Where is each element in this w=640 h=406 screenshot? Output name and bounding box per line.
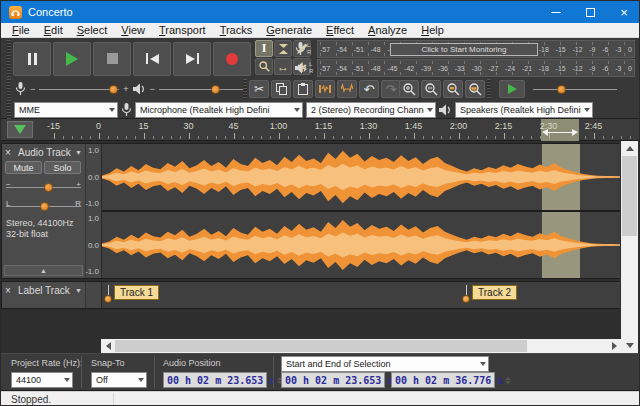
record-button[interactable]: [213, 42, 251, 76]
scroll-left-button[interactable]: [101, 339, 115, 353]
vertical-scale-ruler[interactable]: 1.0 0.0 -1.0 1.0 0.0 -1.0: [86, 144, 102, 278]
track-menu-dropdown-icon[interactable]: ▼: [75, 149, 82, 156]
label-marker-icon[interactable]: [104, 285, 113, 305]
pan-slider[interactable]: L R: [6, 199, 81, 213]
menu-item[interactable]: Select: [70, 23, 115, 38]
fit-project-button[interactable]: [465, 80, 485, 98]
paste-icon: [298, 83, 308, 95]
menu-item[interactable]: Generate: [259, 23, 319, 38]
timeline-ruler[interactable]: -1501530451:001:151:301:452:002:152:302:…: [1, 119, 640, 141]
toolbar-grip[interactable]: [7, 100, 11, 119]
menu-item[interactable]: Transport: [152, 23, 213, 38]
collapse-track-button[interactable]: ▲: [4, 265, 83, 276]
menu-item[interactable]: File: [5, 23, 37, 38]
close-track-button[interactable]: ×: [5, 147, 15, 158]
vertical-scrollbar[interactable]: [621, 141, 638, 353]
timeshift-tool-button[interactable]: ↔: [274, 58, 292, 75]
horizontal-scroll-thumb[interactable]: [115, 340, 527, 352]
scroll-down-button[interactable]: [621, 338, 638, 353]
selection-tool-button[interactable]: I: [255, 40, 273, 57]
vertical-scroll-thumb[interactable]: [622, 156, 637, 236]
pause-button[interactable]: [13, 42, 51, 76]
playback-speed-knob[interactable]: [557, 85, 566, 94]
silence-audio-icon: [341, 83, 353, 95]
audio-position-field[interactable]: 00 h 02 m 23.653 s: [163, 372, 267, 388]
recording-volume-slider[interactable]: [39, 82, 119, 96]
envelope-tool-button[interactable]: [274, 40, 292, 57]
redo-button[interactable]: ↷: [381, 80, 401, 98]
playback-meter[interactable]: -57-54-51-48-45-42-39-36-33-30-27-24-21-…: [317, 59, 635, 77]
fit-selection-button[interactable]: [443, 80, 463, 98]
waveform-channel-left[interactable]: [102, 144, 620, 210]
waveform-channel-right[interactable]: [102, 212, 620, 278]
selection-drag-arrows-icon[interactable]: [547, 132, 573, 133]
ruler-time-labels: -1501530451:001:151:301:452:002:152:302:…: [31, 121, 616, 131]
close-track-button[interactable]: ×: [5, 285, 15, 296]
menu-item[interactable]: Edit: [37, 23, 70, 38]
undo-button[interactable]: ↶: [359, 80, 379, 98]
recording-volume-knob[interactable]: [109, 85, 118, 94]
trim-audio-button[interactable]: [315, 80, 335, 98]
zoom-out-button[interactable]: [421, 80, 441, 98]
spinner-icon[interactable]: [505, 377, 511, 384]
maximize-button[interactable]: [573, 1, 607, 23]
playback-device-select[interactable]: Speakers (Realtek High Definiti: [455, 102, 593, 118]
label-marker-icon[interactable]: [462, 285, 471, 305]
recording-device-select[interactable]: Microphone (Realtek High Defini: [135, 102, 303, 118]
label-flag[interactable]: Track 2: [462, 285, 517, 305]
project-rate-select[interactable]: 44100: [11, 372, 73, 388]
toolbar-grip[interactable]: [7, 79, 11, 99]
selection-start-field[interactable]: 00 h 02 m 23.653 s: [281, 372, 385, 388]
track-title[interactable]: Label Track: [18, 285, 72, 296]
gain-knob[interactable]: [44, 183, 53, 192]
silence-audio-button[interactable]: [337, 80, 357, 98]
pan-knob[interactable]: [40, 202, 49, 211]
playback-volume-slider[interactable]: [159, 82, 247, 96]
close-button[interactable]: ×: [607, 1, 640, 23]
menu-item[interactable]: Help: [414, 23, 451, 38]
recording-channels-select[interactable]: 2 (Stereo) Recording Channels: [306, 102, 436, 118]
toolbar-grip[interactable]: [7, 40, 11, 77]
copy-button[interactable]: [271, 80, 291, 98]
minimize-button[interactable]: [539, 1, 573, 23]
selection-mode-select[interactable]: Start and End of Selection: [281, 356, 489, 372]
scroll-up-button[interactable]: [621, 141, 638, 156]
play-at-speed-button[interactable]: [499, 80, 525, 98]
cut-button[interactable]: ✂: [249, 80, 269, 98]
menu-item[interactable]: Effect: [319, 23, 361, 38]
horizontal-scrollbar[interactable]: [101, 339, 621, 353]
skip-to-start-button[interactable]: [133, 42, 171, 76]
playback-speed-slider[interactable]: [533, 82, 617, 96]
selection-end-field[interactable]: 00 h 02 m 36.776 s: [391, 372, 495, 388]
pinned-play-head-button[interactable]: [7, 121, 33, 138]
scroll-right-button[interactable]: [607, 339, 621, 353]
label-text[interactable]: Track 2: [472, 285, 517, 300]
zoom-tool-button[interactable]: [255, 58, 273, 75]
toolbar-grip[interactable]: [243, 79, 247, 99]
meter-scale-number: -9: [589, 46, 595, 53]
menu-item[interactable]: Tracks: [213, 23, 260, 38]
skip-to-end-button[interactable]: [173, 42, 211, 76]
label-text[interactable]: Track 1: [114, 285, 159, 300]
solo-button[interactable]: Solo: [44, 161, 81, 174]
menu-item[interactable]: View: [114, 23, 152, 38]
track-menu-dropdown-icon[interactable]: ▼: [75, 287, 82, 294]
play-button[interactable]: [53, 42, 91, 76]
mute-button[interactable]: Mute: [5, 161, 42, 174]
snap-to-select[interactable]: Off: [91, 372, 147, 388]
gain-slider[interactable]: − +: [6, 180, 81, 194]
zoom-in-button[interactable]: [399, 80, 419, 98]
toolbar-grip[interactable]: [487, 79, 491, 99]
recording-meter[interactable]: -57-54-51-48-45-42-39-36-33-30-27-24-21-…: [317, 40, 635, 58]
playback-volume-knob[interactable]: [211, 85, 220, 94]
stop-button[interactable]: [93, 42, 131, 76]
track-title[interactable]: Audio Track: [18, 147, 72, 158]
label-lane[interactable]: Track 1 Track 2: [102, 282, 620, 308]
menu-item[interactable]: Analyze: [361, 23, 414, 38]
meter-scale-number: -6: [602, 46, 608, 53]
ruler-time-label: 2:00: [436, 121, 481, 131]
label-flag[interactable]: Track 1: [104, 285, 159, 305]
monitoring-tooltip[interactable]: Click to Start Monitoring: [390, 43, 538, 56]
audio-host-select[interactable]: MME: [14, 102, 118, 118]
paste-button[interactable]: [293, 80, 313, 98]
